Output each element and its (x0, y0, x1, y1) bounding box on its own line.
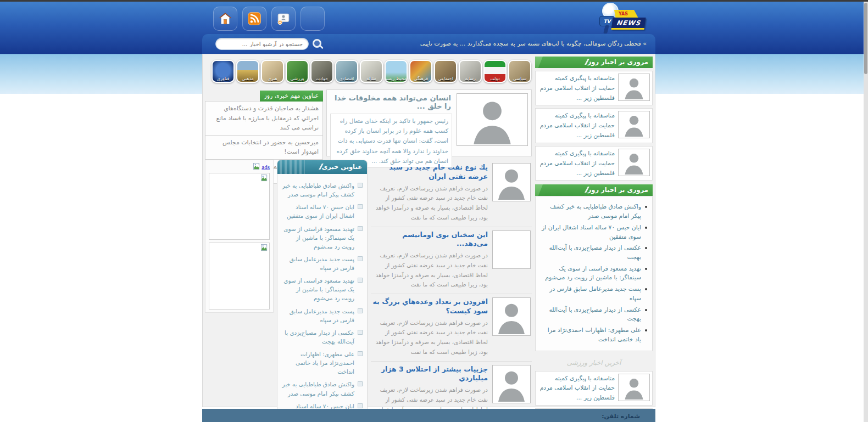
category-label: مقاله (361, 76, 382, 81)
right-sidebar: مروری بر اخبار روز متاسفانه با پیگیری کم… (535, 57, 653, 422)
headline-list-item[interactable]: عکسی از دیدار مصباح‌یزدی با آیت‌الله بهج… (282, 328, 363, 346)
article-title[interactable]: جزییات بیشتر از اختلاس 3 هزار میلیاردي (372, 365, 488, 384)
headline-list-item[interactable]: علی مطهری: اظهارات احمدی‌نژاد مرا یاد خا… (282, 350, 363, 376)
blank-button[interactable] (301, 7, 325, 31)
headline-text[interactable]: واکنش صادق طباطبایی به خبر کشف پیکر امام… (282, 181, 354, 199)
category-thumb[interactable]: محیط زیست (385, 60, 408, 83)
sidebar-bullet-item[interactable]: عکسی از دیدار مصباح‌یزدی با آیت‌الله بهج… (541, 306, 647, 324)
headline-list-item[interactable]: واکنش صادق طباطبایی به خبر کشف پیکر امام… (282, 380, 363, 397)
sidebar-news-text[interactable]: متاسفانه با پیگیری کمیته حمایت از انقلاب… (538, 111, 615, 140)
headline-text[interactable]: علی مطهری: اظهارات احمدی‌نژاد مرا یاد خا… (282, 350, 354, 376)
headline-text[interactable]: واکنش صادق طباطبایی به خبر کشف پیکر امام… (282, 380, 354, 397)
search-input[interactable] (215, 38, 309, 50)
sidebar-bullet-item[interactable]: واکنش صادق طباطبایی به خبر کشف پیکر امام… (541, 202, 647, 221)
person-silhouette (494, 367, 529, 402)
article-photo[interactable] (492, 163, 531, 201)
article-row: این سخنان بوی اومانیسم می‌دهد...در صورت … (371, 227, 532, 295)
sidebar-bullet-item[interactable]: ایان حبس ۷۰ ساله اسناد اشغال ایران از سو… (541, 223, 647, 241)
person-silhouette (620, 150, 648, 175)
ad-placeholder[interactable] (209, 173, 270, 240)
sidebar-news-text[interactable]: متاسفانه با پیگیری کمیته حمایت از انقلاب… (538, 149, 615, 178)
category-thumb[interactable]: سیاسی (508, 60, 531, 83)
headline-list-item[interactable]: پست جدید مدیرعامل سابق فارس در سپاه (282, 255, 363, 272)
headlines-column: عناوین خبری واکنش صادق طباطبایی به خبر ک… (277, 160, 368, 422)
article-title[interactable]: این سخنان بوی اومانیسم می‌دهد... (372, 230, 488, 249)
category-label: فناوری (213, 76, 233, 81)
square-bullet-icon (358, 256, 363, 261)
article-photo[interactable] (492, 365, 531, 403)
home-button[interactable] (213, 7, 237, 31)
section-header: مروری بر اخبار روز (535, 184, 653, 196)
headline-list-item[interactable]: تهدید مسعود فراستی از سوی یک سینماگر: با… (282, 224, 363, 251)
search-ticker-panel: » قحطی زدگان سومالی، چگونه با لب‌های تشن… (202, 34, 655, 54)
headline-list-item[interactable]: ایان حبس ۷۰ ساله اسناد اشغال ایران از سو… (282, 202, 363, 220)
sidebar-bullet-item[interactable]: پست جدید مدیرعامل سابق فارس در سپاه (541, 285, 647, 303)
article-photo[interactable] (492, 297, 531, 336)
article-photo[interactable] (492, 230, 531, 269)
dot-bullet-icon (645, 309, 647, 311)
featured-article-photo[interactable] (457, 93, 528, 146)
dot-bullet-icon (645, 206, 647, 208)
category-strip: سیاسی دولت رسانه اجتماعی فرهنگی محیط زیس… (205, 57, 532, 86)
article-excerpt: در صورت فراهم شدن زیرساخت لازم، تعریف نف… (372, 251, 488, 290)
headline-text[interactable]: پست جدید مدیرعامل سابق فارس در سپاه (282, 255, 354, 272)
ads-column: ads (205, 160, 274, 313)
rss-button[interactable] (242, 7, 266, 31)
sidebar-bullet-item[interactable]: علی مطهری: اظهارات احمدی‌نژاد مرا یاد خا… (541, 326, 647, 344)
search-icon[interactable] (312, 38, 323, 49)
headline-text[interactable]: ایان حبس ۷۰ ساله اسناد اشغال ایران از سو… (282, 202, 354, 220)
headline-list-item[interactable]: واکنش صادق طباطبایی به خبر کشف پیکر امام… (282, 181, 363, 199)
article-row: افزودن بر تعداد وعده‌هاي بزرگ به سود کیس… (371, 294, 532, 362)
category-thumb[interactable]: اجتماعی (434, 60, 457, 83)
headline-list-item[interactable]: پست جدید مدیرعامل سابق فارس در سپاه (282, 307, 363, 324)
featured-article-title[interactable]: انسان می‌تواند همه مخلوقات خدا را خلق ..… (331, 94, 451, 110)
news-thumb-photo (618, 111, 650, 138)
headline-text[interactable]: پست جدید مدیرعامل سابق فارس در سپاه (282, 307, 354, 324)
category-thumb[interactable]: رسانه (459, 60, 482, 83)
contact-button[interactable] (271, 7, 296, 31)
category-thumb[interactable]: هنری (261, 60, 284, 83)
category-label: حوادث (311, 76, 332, 81)
category-thumb[interactable]: مقاله (360, 60, 383, 83)
logo-mic-stem (603, 25, 609, 33)
sidebar-news-text[interactable]: متاسفانه با پیگیری کمیته حمایت از انقلاب… (538, 374, 615, 403)
sidebar-section-daily-1: مروری بر اخبار روز متاسفانه با پیگیری کم… (535, 57, 653, 181)
sidebar-section-daily-2: مروری بر اخبار روز واکنش صادق طباطبایی ب… (535, 184, 653, 351)
top-headline-item[interactable]: میرحسین به حضور در انتخابات مجلس امیدوار… (205, 135, 323, 160)
sidebar-news-text[interactable]: متاسفانه با پیگیری کمیته حمایت از انقلاب… (538, 74, 615, 103)
category-thumb[interactable]: دولت (483, 60, 507, 83)
sidebar-bullet-item[interactable]: عکسی از دیدار مصباح‌یزدی با آیت‌الله بهج… (541, 244, 647, 262)
category-thumb[interactable]: مذهبی (236, 60, 259, 83)
ticker-headline[interactable]: » قحطی زدگان سومالی، چگونه با لب‌های تشن… (420, 40, 647, 47)
sidebar-news-item[interactable]: متاسفانه با پیگیری کمیته حمایت از انقلاب… (535, 108, 653, 143)
category-thumb[interactable]: ورزشی (286, 60, 309, 83)
category-thumb[interactable]: حوادث (310, 60, 333, 83)
scrollbar-thumb[interactable] (864, 3, 867, 74)
sidebar-news-item[interactable]: متاسفانه با پیگیری کمیته حمایت از انقلاب… (535, 71, 653, 105)
headline-text[interactable]: عکسی از دیدار مصباح‌یزدی با آیت‌الله بهج… (282, 328, 354, 346)
ad-placeholder[interactable] (209, 243, 270, 310)
article-title[interactable]: یك نوع نفت خام جدید در سبد عرضه نفتی ایر… (372, 163, 488, 182)
content-container: مروری بر اخبار روز متاسفانه با پیگیری کم… (202, 54, 655, 407)
person-silhouette (620, 112, 648, 137)
square-bullet-icon (358, 308, 363, 313)
sidebar-news-item[interactable]: متاسفانه با پیگیری کمیته حمایت از انقلاب… (535, 146, 653, 181)
ads-link[interactable]: ads (261, 164, 270, 170)
top-headline-item[interactable]: هشدار به صاحبان قدرت و دستگاه‌هاي اجرائي… (205, 101, 323, 136)
category-thumb[interactable]: فناوری (212, 60, 235, 83)
site-logo[interactable]: YAS TV NEWS (598, 3, 647, 35)
footer-phone-label: شماره تلفن: (202, 409, 655, 420)
category-label: هنری (262, 76, 283, 81)
person-silhouette (494, 299, 529, 334)
article-title[interactable]: افزودن بر تعداد وعده‌هاي بزرگ به سود کیس… (372, 297, 488, 316)
scrollbar[interactable] (864, 2, 868, 422)
sidebar-news-item[interactable]: متاسفانه با پیگیری کمیته حمایت از انقلاب… (535, 371, 653, 406)
headlines-column-header: عناوین خبری (277, 160, 367, 174)
category-thumb[interactable]: فرهنگی (409, 60, 432, 83)
headline-list-item[interactable]: تهدید مسعود فراستی از سوی یک سینماگر: با… (282, 276, 363, 302)
headline-text[interactable]: تهدید مسعود فراستی از سوی یک سینماگر: با… (282, 276, 354, 302)
category-label: فرهنگی (410, 76, 431, 81)
headline-text[interactable]: تهدید مسعود فراستی از سوی یک سینماگر: با… (282, 224, 354, 251)
category-thumb[interactable]: اقتصادی (335, 60, 358, 83)
sidebar-bullet-item[interactable]: تهدید مسعود فراستی از سوی یک سینماگر: با… (541, 265, 647, 283)
